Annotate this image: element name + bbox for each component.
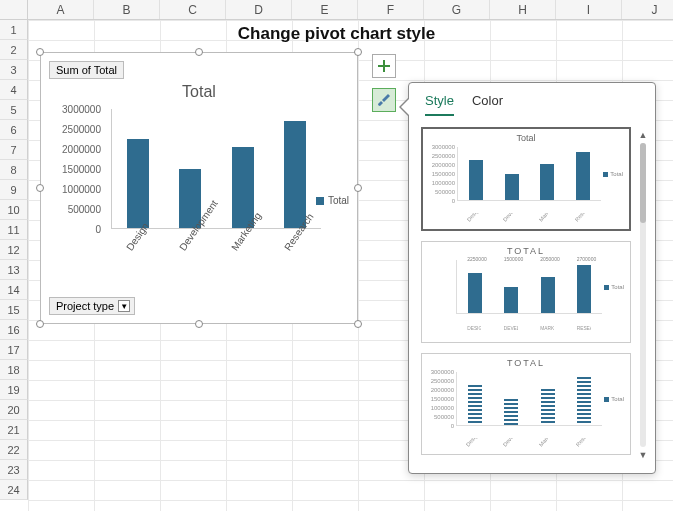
y-axis-tick: 0 [95, 224, 101, 235]
paintbrush-icon [376, 92, 392, 108]
column-header[interactable]: E [292, 0, 358, 19]
thumbnail-plot: Total2250000150000020500002700000 [426, 258, 626, 326]
tab-style[interactable]: Style [425, 93, 454, 116]
thumbnail-y-axis: 0500000100000015000002000000250000030000… [427, 145, 457, 213]
style-thumbnail[interactable]: Total05000001000000150000020000002500000… [421, 127, 631, 231]
thumbnail-bars [456, 372, 602, 426]
row-header[interactable]: 16 [0, 320, 28, 340]
column-header[interactable]: A [28, 0, 94, 19]
style-thumbnails: Total05000001000000150000020000002500000… [421, 127, 631, 463]
chart-elements-button[interactable] [372, 54, 396, 78]
thumbnail-title: Total [427, 133, 625, 143]
thumbnail-legend: Total [604, 396, 624, 402]
x-axis-label: Marketing [229, 228, 283, 275]
pivot-chart[interactable]: Sum of Total Total 050000010000001500000… [40, 52, 358, 324]
y-axis-tick: 1500000 [62, 164, 101, 175]
column-header[interactable]: F [358, 0, 424, 19]
scroll-up-icon[interactable]: ▲ [637, 129, 649, 141]
y-axis-tick: 2000000 [62, 144, 101, 155]
row-header[interactable]: 22 [0, 440, 28, 460]
thumbnail-x-labels: DesignDevelopmentMarketingResearch [456, 438, 602, 452]
resize-handle[interactable] [354, 48, 362, 56]
project-type-filter-button[interactable]: Project type ▼ [49, 297, 135, 315]
popup-scrollbar[interactable]: ▲ ▼ [637, 129, 649, 461]
column-header[interactable]: G [424, 0, 490, 19]
x-axis-label: Research [282, 228, 336, 275]
resize-handle[interactable] [36, 184, 44, 192]
thumbnail-legend: Total [604, 284, 624, 290]
row-header[interactable]: 19 [0, 380, 28, 400]
row-header[interactable]: 11 [0, 220, 28, 240]
column-header[interactable]: I [556, 0, 622, 19]
resize-handle[interactable] [195, 48, 203, 56]
thumbnail-data-labels: 2250000150000020500002700000 [456, 256, 602, 262]
row-header[interactable]: 23 [0, 460, 28, 480]
thumbnail-title: TOTAL [426, 358, 626, 368]
y-axis: 0500000100000015000002000000250000030000… [51, 109, 105, 229]
chart-plot-area: 0500000100000015000002000000250000030000… [51, 109, 321, 259]
select-all-corner[interactable] [0, 0, 28, 20]
row-header[interactable]: 10 [0, 200, 28, 220]
thumbnail-x-labels: DesignDevelopmentMarketingResearch [457, 213, 601, 227]
row-header[interactable]: 7 [0, 140, 28, 160]
thumbnail-x-labels: DESIGNDEVELOPMENTMARKETINGRESEARCH [456, 326, 602, 340]
row-header[interactable]: 8 [0, 160, 28, 180]
chart-bar [127, 139, 149, 228]
row-header[interactable]: 20 [0, 400, 28, 420]
resize-handle[interactable] [36, 320, 44, 328]
column-header[interactable]: J [622, 0, 673, 19]
legend-swatch [316, 197, 324, 205]
style-popup-tabs: Style Color [409, 83, 655, 116]
column-header[interactable]: D [226, 0, 292, 19]
column-header[interactable]: H [490, 0, 556, 19]
row-header[interactable]: 17 [0, 340, 28, 360]
row-header[interactable]: 24 [0, 480, 28, 500]
column-headers: ABCDEFGHIJ [28, 0, 673, 20]
x-axis-label: Design [124, 228, 178, 275]
chart-title: Total [41, 83, 357, 101]
thumbnail-title: TOTAL [426, 246, 626, 256]
row-header[interactable]: 4 [0, 80, 28, 100]
chart-styles-button[interactable] [372, 88, 396, 112]
column-header[interactable]: B [94, 0, 160, 19]
resize-handle[interactable] [195, 320, 203, 328]
thumbnail-y-axis [426, 258, 456, 326]
scroll-down-icon[interactable]: ▼ [637, 449, 649, 461]
chart-bar [284, 121, 306, 228]
y-axis-tick: 1000000 [62, 184, 101, 195]
thumbnail-y-axis: 0500000100000015000002000000250000030000… [426, 370, 456, 438]
chart-style-popup: Style Color Total05000001000000150000020… [408, 82, 656, 474]
sum-of-total-button[interactable]: Sum of Total [49, 61, 124, 79]
thumbnail-plot: 0500000100000015000002000000250000030000… [427, 145, 625, 213]
scroll-thumb[interactable] [640, 143, 646, 223]
x-axis-label: Development [177, 228, 231, 275]
style-thumbnail[interactable]: TOTALTotal2250000150000020500002700000DE… [421, 241, 631, 343]
legend-label: Total [328, 195, 349, 206]
thumbnail-bars [457, 147, 601, 201]
row-header[interactable]: 5 [0, 100, 28, 120]
style-thumbnail[interactable]: TOTAL05000001000000150000020000002500000… [421, 353, 631, 455]
resize-handle[interactable] [354, 184, 362, 192]
row-headers: 123456789101112131415161718192021222324 [0, 20, 28, 511]
row-header[interactable]: 15 [0, 300, 28, 320]
chart-legend: Total [316, 195, 349, 206]
row-header[interactable]: 14 [0, 280, 28, 300]
row-header[interactable]: 3 [0, 60, 28, 80]
x-axis-labels: DesignDevelopmentMarketingResearch [111, 233, 321, 283]
dropdown-icon: ▼ [118, 300, 130, 312]
y-axis-tick: 2500000 [62, 124, 101, 135]
thumbnail-bars [456, 260, 602, 314]
column-header[interactable]: C [160, 0, 226, 19]
row-header[interactable]: 9 [0, 180, 28, 200]
resize-handle[interactable] [354, 320, 362, 328]
row-header[interactable]: 21 [0, 420, 28, 440]
resize-handle[interactable] [36, 48, 44, 56]
row-header[interactable]: 12 [0, 240, 28, 260]
thumbnail-legend: Total [603, 171, 623, 177]
row-header[interactable]: 6 [0, 120, 28, 140]
plus-icon [376, 58, 392, 74]
row-header[interactable]: 13 [0, 260, 28, 280]
y-axis-tick: 500000 [68, 204, 101, 215]
tab-color[interactable]: Color [472, 93, 503, 116]
row-header[interactable]: 18 [0, 360, 28, 380]
